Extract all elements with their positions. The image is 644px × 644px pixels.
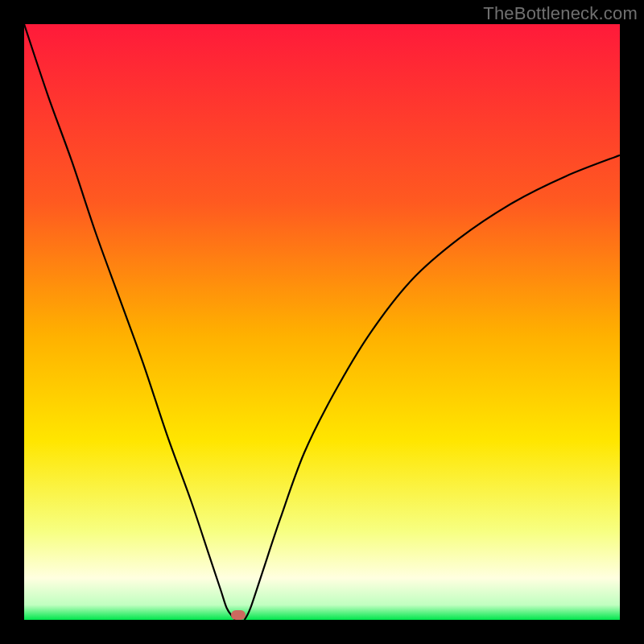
watermark-text: TheBottleneck.com [483, 3, 638, 24]
bottleneck-chart [24, 24, 620, 620]
chart-frame [24, 24, 620, 620]
optimal-marker [231, 610, 246, 620]
gradient-background [24, 24, 620, 620]
